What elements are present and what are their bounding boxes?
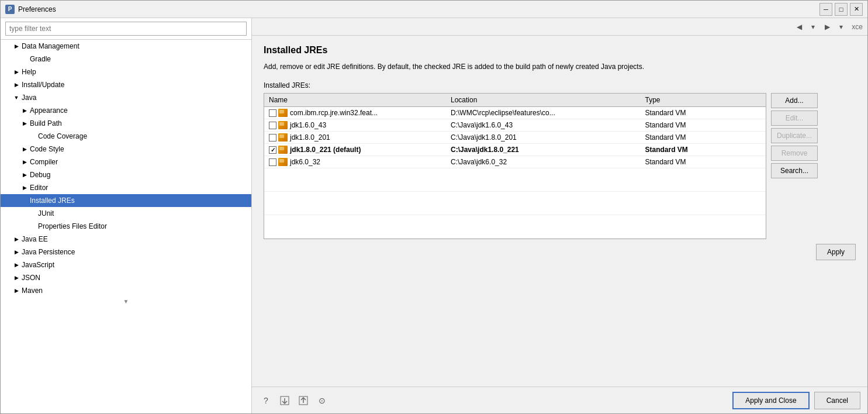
xce-label: xce — [852, 23, 863, 31]
sidebar-item-install-update[interactable]: ▶ Install/Update — [1, 78, 251, 91]
search-input[interactable] — [5, 22, 247, 36]
apply-and-close-button[interactable]: Apply and Close — [732, 392, 809, 409]
sidebar-item-compiler[interactable]: ▶ Compiler — [1, 156, 251, 168]
preferences-window: P Preferences ─ □ ✕ ▶ Data Management — [0, 0, 868, 414]
sidebar-item-label: Java Persistence — [22, 248, 75, 256]
name-cell: jdk1.8.0_201 — [269, 133, 441, 142]
settings-button[interactable]: ⊙ — [315, 394, 329, 408]
empty-row — [264, 168, 766, 192]
sidebar-item-editor[interactable]: ▶ Editor — [1, 181, 251, 194]
sidebar-item-data-management[interactable]: ▶ Data Management — [1, 40, 251, 53]
empty-row — [264, 215, 766, 239]
location-cell: C:\Java\jdk1.8.0_221 — [446, 144, 640, 156]
sidebar-item-label: Editor — [30, 184, 48, 192]
sidebar-item-label: Java — [22, 94, 36, 102]
arrow-icon: ▶ — [12, 287, 20, 295]
type-cell: Standard VM — [640, 144, 766, 156]
jre-name: jdk1.6.0_43 — [290, 121, 326, 129]
arrow-icon: ▶ — [20, 158, 29, 166]
sidebar-item-label: JavaScript — [22, 261, 54, 269]
table-row[interactable]: jdk6.0_32 C:\Java\jdk6.0_32 Standard VM — [264, 156, 766, 168]
sidebar-item-json[interactable]: ▶ JSON — [1, 271, 251, 284]
sidebar-item-label: Install/Update — [22, 81, 64, 89]
sidebar-item-label: JUnit — [38, 209, 54, 218]
col-header-name: Name — [264, 94, 446, 107]
cancel-button[interactable]: Cancel — [814, 392, 860, 409]
location-cell: C:\Java\jdk6.0_32 — [446, 156, 640, 168]
content-area: Installed JREs Add, remove or edit JRE d… — [252, 36, 867, 387]
sidebar-item-java-ee[interactable]: ▶ Java EE — [1, 233, 251, 246]
arrow-icon: ▶ — [12, 248, 20, 256]
arrow-icon: ▶ — [20, 106, 29, 115]
minimize-button[interactable]: ─ — [819, 3, 832, 16]
forward-dropdown-button[interactable]: ▾ — [835, 21, 847, 33]
col-header-location: Location — [446, 94, 640, 107]
table-row[interactable]: com.ibm.rcp.jre.win32.feat... D:\WMC\rcp… — [264, 107, 766, 119]
sidebar-item-gradle[interactable]: Gradle — [1, 53, 251, 65]
jre-icon — [278, 158, 288, 166]
type-cell: Standard VM — [640, 107, 766, 119]
import-button[interactable] — [278, 394, 292, 408]
back-dropdown-button[interactable]: ▾ — [807, 21, 819, 33]
arrow-icon: ▶ — [12, 81, 20, 89]
row-checkbox[interactable]: ✓ — [269, 146, 276, 154]
bottom-bar: ? ⊙ — [252, 387, 867, 413]
sidebar-item-label: Compiler — [30, 158, 58, 166]
add-button[interactable]: Add... — [771, 93, 818, 108]
arrow-icon: ▶ — [20, 184, 29, 192]
sidebar-item-installed-jres[interactable]: Installed JREs — [1, 194, 251, 207]
duplicate-button[interactable]: Duplicate... — [771, 128, 818, 143]
arrow-spacer — [20, 55, 29, 63]
forward-button[interactable]: ▶ — [821, 21, 833, 33]
row-checkbox[interactable] — [269, 122, 276, 129]
tree-container[interactable]: ▶ Data Management Gradle ▶ Help ▶ Instal… — [1, 40, 251, 413]
arrow-spacer — [29, 209, 37, 218]
type-cell: Standard VM — [640, 156, 766, 168]
row-checkbox[interactable] — [269, 158, 276, 166]
sidebar-item-label: Appearance — [30, 106, 68, 115]
sidebar-item-java-persistence[interactable]: ▶ Java Persistence — [1, 246, 251, 258]
sidebar-item-debug[interactable]: ▶ Debug — [1, 168, 251, 181]
sidebar-item-maven[interactable]: ▶ Maven — [1, 284, 251, 297]
main-content: ▶ Data Management Gradle ▶ Help ▶ Instal… — [1, 18, 867, 413]
col-header-type: Type — [640, 94, 766, 107]
maximize-button[interactable]: □ — [835, 3, 848, 16]
arrow-icon: ▶ — [12, 42, 20, 50]
sidebar-item-appearance[interactable]: ▶ Appearance — [1, 104, 251, 117]
remove-button[interactable]: Remove — [771, 146, 818, 161]
apply-button[interactable]: Apply — [816, 244, 856, 260]
jre-table-container: Name Location Type — [264, 93, 766, 239]
sidebar-item-javascript[interactable]: ▶ JavaScript — [1, 258, 251, 271]
export-button[interactable] — [296, 394, 310, 408]
search-button[interactable]: Search... — [771, 163, 818, 178]
sidebar-item-properties-files-editor[interactable]: Properties Files Editor — [1, 220, 251, 233]
arrow-icon: ▶ — [12, 68, 20, 76]
export-icon — [299, 396, 308, 405]
name-cell: jdk1.6.0_43 — [269, 121, 441, 129]
row-checkbox[interactable] — [269, 109, 276, 117]
window-icon: P — [5, 5, 15, 14]
sidebar-item-code-style[interactable]: ▶ Code Style — [1, 143, 251, 156]
arrow-icon: ▶ — [12, 235, 20, 243]
edit-button[interactable]: Edit... — [771, 111, 818, 126]
help-button[interactable]: ? — [259, 394, 273, 408]
sidebar-item-help[interactable]: ▶ Help — [1, 65, 251, 78]
sidebar-item-label: JSON — [22, 274, 40, 282]
sidebar-item-java[interactable]: ▼ Java — [1, 91, 251, 104]
table-row-default[interactable]: ✓ jdk1.8.0_221 (default) C:\Java\jdk1.8.… — [264, 144, 766, 156]
sidebar-item-code-coverage[interactable]: Code Coverage — [1, 130, 251, 143]
table-row[interactable]: jdk1.6.0_43 C:\Java\jdk1.6.0_43 Standard… — [264, 119, 766, 132]
row-checkbox[interactable] — [269, 134, 276, 142]
jre-icon — [278, 109, 288, 117]
table-row[interactable]: jdk1.8.0_201 C:\Java\jdk1.8.0_201 Standa… — [264, 132, 766, 144]
sidebar-item-build-path[interactable]: ▶ Build Path — [1, 117, 251, 130]
close-button[interactable]: ✕ — [850, 3, 863, 16]
jre-icon — [278, 146, 288, 154]
back-button[interactable]: ◀ — [793, 21, 805, 33]
arrow-icon: ▶ — [20, 171, 29, 179]
sidebar-item-label: Code Coverage — [38, 132, 87, 140]
sidebar-item-label: Java EE — [22, 235, 48, 243]
jre-name: jdk1.8.0_201 — [290, 133, 330, 142]
sidebar-item-junit[interactable]: JUnit — [1, 207, 251, 220]
sidebar-item-label: Debug — [30, 171, 50, 179]
